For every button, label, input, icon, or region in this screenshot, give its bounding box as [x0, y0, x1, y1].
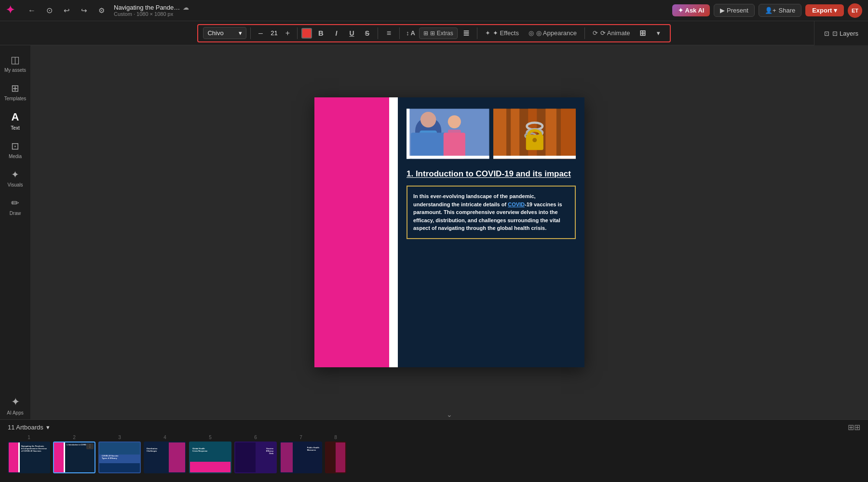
sidebar-item-media[interactable]: ⊡ Media [1, 136, 29, 163]
svg-rect-6 [448, 130, 461, 133]
sidebar-item-ai-apps[interactable]: ✦ AI Apps [1, 392, 29, 419]
svg-point-5 [448, 115, 461, 128]
ask-ai-button[interactable]: ✦ Ask AI [672, 4, 710, 16]
image-lock[interactable] [493, 106, 576, 161]
thumb-number-3: 3 [118, 435, 121, 440]
svg-rect-20 [545, 109, 556, 159]
thumb-img-7[interactable]: Public HealthMeasures [280, 442, 322, 473]
thumb-img-4[interactable]: DistributionChallenges [144, 442, 186, 473]
topbar: ✦ ← ⊙ ↩ ↪ ⚙ Navigating the Pande… ☁ Cust… [0, 0, 868, 21]
thumbnail-8[interactable]: 8 [325, 435, 346, 473]
list-button[interactable]: ≣ [460, 27, 473, 40]
decrease-font-size-button[interactable]: – [255, 27, 266, 39]
svg-rect-12 [511, 109, 519, 159]
thumb-img-5[interactable]: Global HealthCrisis Response [189, 442, 231, 473]
svg-rect-22 [493, 156, 576, 159]
bold-button[interactable]: B [314, 27, 327, 40]
canvas-collapse-btn[interactable]: ⌄ [440, 410, 459, 419]
thumb-img-2[interactable]: 1. Introduction to COVID-19 ⋮ [53, 442, 95, 473]
position-button[interactable]: ⊞ [636, 27, 650, 40]
grid-view-icon[interactable]: ⊞⊞ [848, 423, 860, 432]
underline-button[interactable]: U [345, 27, 358, 40]
svg-rect-4 [411, 133, 446, 159]
layers-button[interactable]: ⊡ ⊡ Layers [814, 21, 868, 45]
appearance-icon: ◎ [529, 29, 534, 37]
covid-link[interactable]: COVID [508, 201, 525, 207]
undo-button[interactable]: ↩ [60, 4, 73, 17]
draw-icon: ✏ [11, 197, 19, 209]
slide-title[interactable]: 1. Introduction to COVID-19 and its impa… [407, 169, 576, 179]
thumbnail-7[interactable]: 7 Public HealthMeasures [280, 435, 322, 473]
text-color-swatch[interactable] [301, 28, 312, 39]
document-subtitle: Custom · 1080 × 1080 px [114, 11, 666, 17]
animate-button[interactable]: ⟳ ⟳ Animate [589, 27, 634, 39]
artboards-label[interactable]: 11 Artboards ▾ [8, 424, 50, 431]
text-toolbar: Chivo ▾ – 21 + B I U S ≡ ↕ A ⊞ ⊞ Extras [197, 24, 670, 42]
thumbnail-1[interactable]: 1 Navigating the PandemicA Comprehensive… [8, 435, 50, 473]
sidebar-item-my-assets[interactable]: ◫ My assets [1, 50, 29, 77]
sidebar-item-text[interactable]: A Text [1, 107, 29, 134]
slide-content: 1. Introduction to COVID-19 and its impa… [398, 97, 584, 367]
slide-canvas[interactable]: 1. Introduction to COVID-19 and its impa… [314, 97, 584, 367]
present-button[interactable]: ▶ Present [714, 4, 754, 17]
spacing-icon[interactable]: ↕ A [404, 27, 417, 40]
italic-button[interactable]: I [329, 27, 343, 40]
svg-point-2 [420, 112, 436, 127]
layers-icon: ⊡ [824, 30, 829, 37]
thumb-img-6[interactable]: VaccineEfficacyData [234, 442, 277, 473]
sidebar-item-label: Visuals [7, 182, 23, 187]
slide-text-box[interactable]: In this ever-evolving landscape of the p… [407, 186, 576, 239]
thumbnail-2[interactable]: 2 1. Introduction to COVID-19 ⋮ [53, 435, 95, 473]
svg-rect-8 [407, 156, 489, 159]
avatar[interactable]: ET [848, 3, 862, 18]
redo-button[interactable]: ↪ [77, 4, 91, 17]
divider-6 [584, 27, 585, 39]
chevron-down-icon: ▾ [239, 29, 242, 37]
divider-5 [477, 27, 477, 39]
image-people[interactable] [407, 106, 489, 161]
white-center-bar [389, 97, 398, 367]
sidebar-item-templates[interactable]: ⊞ Templates [1, 79, 29, 105]
appearance-button[interactable]: ◎ ◎ Appearance [525, 27, 581, 39]
font-selector[interactable]: Chivo ▾ [203, 27, 246, 39]
thumb-number-6: 6 [254, 435, 257, 440]
thumb-img-8[interactable] [325, 442, 346, 473]
font-size-area: – 21 + [255, 27, 293, 39]
ai-apps-icon: ✦ [11, 396, 20, 408]
thumb-number-8: 8 [334, 435, 337, 440]
thumb-number-2: 2 [73, 435, 76, 440]
slide-images [407, 106, 576, 161]
thumb-more-menu[interactable]: ⋮ [86, 443, 94, 449]
position-chevron[interactable]: ▾ [651, 27, 665, 40]
sidebar-item-draw[interactable]: ✏ Draw [1, 193, 29, 220]
topbar-right: ✦ Ask AI ▶ Present 👤+ Share Export ▾ ET [672, 3, 862, 18]
chevron-down-icon: ⌄ [447, 411, 452, 418]
canvas-area[interactable]: 1. Introduction to COVID-19 and its impa… [31, 45, 868, 419]
strikethrough-button[interactable]: S [360, 27, 374, 40]
animate-icon: ⟳ [593, 29, 598, 37]
export-button[interactable]: Export ▾ [805, 4, 844, 16]
share-button[interactable]: 👤+ Share [759, 4, 801, 17]
thumb-img-3[interactable]: COVID-19 VaccineTypes & Efficacy [98, 442, 141, 473]
extras-button[interactable]: ⊞ ⊞ Extras [419, 27, 457, 39]
effects-button[interactable]: ✦ ✦ Effects [481, 27, 523, 39]
sidebar-item-label: Draw [10, 211, 21, 216]
media-icon: ⊡ [11, 140, 19, 152]
thumbnails-row: 1 Navigating the PandemicA Comprehensive… [0, 435, 868, 473]
align-button[interactable]: ≡ [382, 27, 395, 40]
back-button[interactable]: ← [25, 4, 39, 17]
increase-font-size-button[interactable]: + [282, 27, 293, 39]
sidebar-item-label: Text [11, 125, 19, 131]
bottom-panel-actions: ⊞⊞ [848, 423, 860, 432]
sidebar-item-visuals[interactable]: ✦ Visuals [1, 165, 29, 191]
left-sidebar: ◫ My assets ⊞ Templates A Text ⊡ Media ✦… [0, 45, 31, 419]
thumbnail-5[interactable]: 5 Global HealthCrisis Response [189, 435, 231, 473]
thumb-number-1: 1 [27, 435, 30, 440]
svg-rect-9 [407, 109, 409, 159]
history-button[interactable]: ⊙ [42, 4, 56, 17]
thumb-img-1[interactable]: Navigating the PandemicA Comprehensive O… [8, 442, 50, 473]
settings-button[interactable]: ⚙ [95, 4, 108, 17]
thumbnail-6[interactable]: 6 VaccineEfficacyData [234, 435, 277, 473]
thumbnail-3[interactable]: 3 COVID-19 VaccineTypes & Efficacy [98, 435, 141, 473]
thumbnail-4[interactable]: 4 DistributionChallenges [144, 435, 186, 473]
